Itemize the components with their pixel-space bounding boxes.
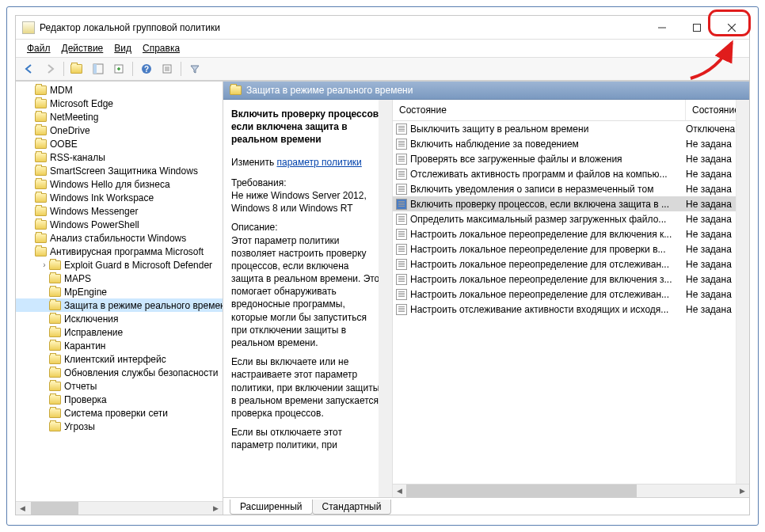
list-row[interactable]: Выключить защиту в реальном времениОтклю… <box>393 121 749 136</box>
tree-item[interactable]: Windows Hello для бизнеса <box>16 177 223 191</box>
close-button[interactable] <box>714 16 749 39</box>
tree-item[interactable]: Исключения <box>16 312 223 325</box>
setting-icon <box>396 154 407 165</box>
list-row[interactable]: Настроить отслеживание активности входящ… <box>393 302 749 317</box>
tree-item[interactable]: Угрозы <box>16 420 223 433</box>
tree-item-label: Исправление <box>64 327 123 338</box>
list-header: Состояние Состояние <box>393 100 749 121</box>
folder-icon <box>49 328 61 337</box>
setting-name: Настроить локальное переопределение для … <box>410 274 686 285</box>
tree-item[interactable]: ›Exploit Guard в Microsoft Defender <box>16 258 223 272</box>
scroll-left-icon[interactable]: ◀ <box>393 484 406 497</box>
tree-item[interactable]: MAPS <box>16 272 223 285</box>
back-button[interactable] <box>21 60 38 78</box>
tree-item[interactable]: OneDrive <box>16 124 223 137</box>
show-hide-tree-button[interactable] <box>89 60 107 78</box>
list-row[interactable]: Включить проверку процессов, если включе… <box>393 196 749 211</box>
tree-item[interactable]: Windows Messenger <box>16 204 223 218</box>
svg-text:?: ? <box>144 65 149 74</box>
requirements-label: Требования: <box>231 177 382 189</box>
tree-item[interactable]: SmartScreen Защитника Windows <box>16 164 223 177</box>
setting-name: Настроить локальное переопределение для … <box>410 229 686 240</box>
folder-icon <box>230 86 242 95</box>
help-button[interactable]: ? <box>138 60 155 78</box>
tree-item[interactable]: Защита в режиме реального времени <box>16 298 223 312</box>
minimize-button[interactable] <box>645 16 679 39</box>
properties-button[interactable] <box>158 60 176 78</box>
scroll-right-icon[interactable]: ▶ <box>736 484 749 497</box>
setting-name: Отслеживать активность программ и файлов… <box>410 169 686 180</box>
column-header-state[interactable]: Состояние <box>393 100 686 120</box>
tree-item-label: MDM <box>50 85 73 96</box>
tab-standard[interactable]: Стандартный <box>312 500 392 515</box>
tree-item[interactable]: Система проверки сети <box>16 406 223 420</box>
list-row[interactable]: Отслеживать активность программ и файлов… <box>393 166 749 181</box>
tree-item[interactable]: Исправление <box>16 325 223 339</box>
setting-icon <box>396 169 407 180</box>
expand-icon[interactable]: › <box>40 260 49 269</box>
folder-icon <box>35 207 47 216</box>
setting-icon <box>396 199 407 210</box>
description-scrollbar[interactable] <box>379 100 392 497</box>
description-pane: Включить проверку процессов, если включе… <box>223 100 393 497</box>
setting-name: Включить уведомления о записи в неразмеч… <box>410 184 686 195</box>
list-row[interactable]: Настроить локальное переопределение для … <box>393 287 749 302</box>
tree-item[interactable]: Windows PowerShell <box>16 218 223 231</box>
view-tabs: Расширенный Стандартный <box>223 497 749 515</box>
menu-action[interactable]: Действие <box>57 41 108 55</box>
tree-item-label: Обновления службы безопасности <box>64 367 218 378</box>
scroll-right-icon[interactable]: ▶ <box>209 502 223 515</box>
description-body-1: Этот параметр политики позволяет настрои… <box>231 234 382 350</box>
tree-item[interactable]: Анализ стабильности Windows <box>16 231 223 245</box>
tree-item[interactable]: Антивирусная программа Microsoft <box>16 245 223 258</box>
tree-item[interactable]: MDM <box>16 83 223 97</box>
list-row[interactable]: Включить уведомления о записи в неразмеч… <box>393 181 749 196</box>
tab-extended[interactable]: Расширенный <box>230 500 313 515</box>
list-row[interactable]: Настроить локальное переопределение для … <box>393 256 749 272</box>
svg-rect-1 <box>694 24 701 31</box>
menu-view[interactable]: Вид <box>109 41 136 55</box>
edit-policy-link[interactable]: параметр политики <box>276 157 361 168</box>
folder-icon <box>35 166 47 176</box>
tree-item[interactable]: Клиентский интерфейс <box>16 352 223 366</box>
tree-item[interactable]: Отчеты <box>16 379 223 393</box>
tree-item[interactable]: MpEngine <box>16 285 223 298</box>
tree-item[interactable]: OOBE <box>16 137 223 150</box>
list-row[interactable]: Настроить локальное переопределение для … <box>393 241 749 256</box>
maximize-button[interactable] <box>679 16 714 39</box>
setting-icon <box>396 304 407 315</box>
scroll-left-icon[interactable]: ◀ <box>16 502 29 515</box>
tree-item[interactable]: RSS-каналы <box>16 150 223 164</box>
scrollbar-thumb[interactable] <box>406 484 637 497</box>
tree-item-label: Отчеты <box>64 381 97 392</box>
tree-item[interactable]: Windows Ink Workspace <box>16 191 223 204</box>
filter-button[interactable] <box>186 60 204 78</box>
menu-file[interactable]: Файл <box>22 41 55 55</box>
folder-icon <box>35 193 47 203</box>
menu-help[interactable]: Справка <box>138 41 185 55</box>
tree-item[interactable]: Microsoft Edge <box>16 97 223 110</box>
tree-item-label: NetMeeting <box>50 112 98 123</box>
tree-horizontal-scrollbar[interactable]: ◀ ▶ <box>16 501 223 515</box>
list-row[interactable]: Настроить локальное переопределение для … <box>393 272 749 287</box>
list-horizontal-scrollbar[interactable]: ◀ ▶ <box>393 484 749 497</box>
tree-item-label: Угрозы <box>64 421 95 432</box>
forward-button[interactable] <box>41 60 59 78</box>
up-folder-button[interactable] <box>69 60 86 78</box>
tree-item[interactable]: NetMeeting <box>16 110 223 124</box>
tree-item-label: Windows Messenger <box>50 206 138 217</box>
list-vertical-scrollbar[interactable] <box>736 100 749 484</box>
tree-item[interactable]: Проверка <box>16 393 223 406</box>
list-row[interactable]: Проверять все загруженные файлы и вложен… <box>393 151 749 166</box>
list-row[interactable]: Настроить локальное переопределение для … <box>393 226 749 241</box>
tree-pane: MDMMicrosoft EdgeNetMeetingOneDriveOOBER… <box>16 82 223 515</box>
tree-item[interactable]: Обновления службы безопасности <box>16 366 223 379</box>
list-row[interactable]: Включить наблюдение за поведениемНе зада… <box>393 136 749 151</box>
setting-name: Выключить защиту в реальном времени <box>410 124 686 135</box>
tree-item[interactable]: Карантин <box>16 339 223 352</box>
export-button[interactable] <box>110 60 128 78</box>
tree-item-label: OOBE <box>50 139 78 150</box>
scrollbar-thumb[interactable] <box>31 502 78 515</box>
list-row[interactable]: Определить максимальный размер загруженн… <box>393 211 749 226</box>
folder-icon <box>35 112 47 122</box>
